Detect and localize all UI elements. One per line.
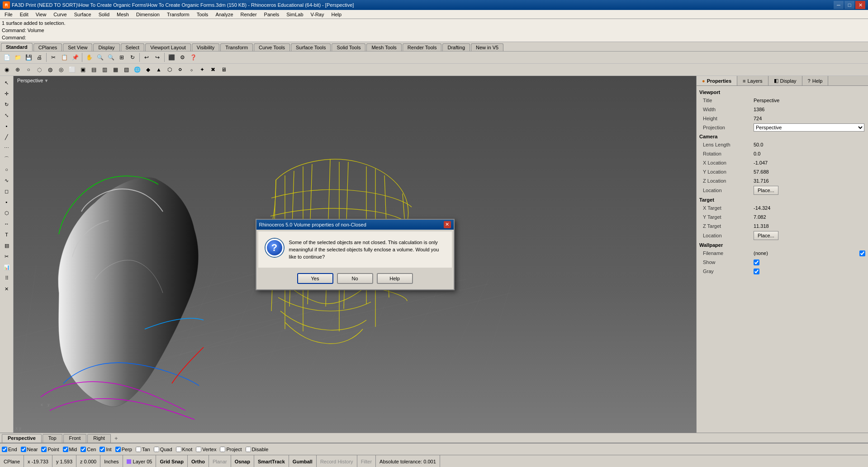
tb-new[interactable]: 📄 [2,52,12,62]
tb2-1[interactable]: ◉ [2,65,12,75]
menu-surface[interactable]: Surface [71,11,95,18]
vp-tab-perspective[interactable]: Perspective [2,434,42,443]
tab-cplanes[interactable]: CPlanes [33,43,62,51]
tb-cut[interactable]: ✂ [48,52,58,62]
lb-circle[interactable]: ○ [2,165,12,175]
tb2-6[interactable]: ◎ [56,65,66,75]
osnap-cen[interactable]: Cen [81,447,96,452]
dialog-close-button[interactable]: ✕ [444,221,451,228]
menu-transform[interactable]: Transform [163,11,193,18]
lb-polyline[interactable]: ⋯ [2,143,12,153]
status-osnap[interactable]: Osnap [231,455,254,467]
tab-select[interactable]: Select [121,43,145,51]
menu-view[interactable]: View [32,11,50,18]
tab-standard[interactable]: Standard [1,43,33,51]
osnap-disable-checkbox[interactable] [246,447,251,452]
osnap-tan[interactable]: Tan [136,447,150,452]
tab-new-in-v5[interactable]: New in V5 [471,43,503,51]
tb-help[interactable]: ❓ [188,52,198,62]
osnap-cen-checkbox[interactable] [81,447,86,452]
tab-solid-tools[interactable]: Solid Tools [332,43,365,51]
osnap-end-checkbox[interactable] [2,447,7,452]
menu-panels[interactable]: Panels [261,11,283,18]
tb2-19[interactable]: ✦ [197,65,207,75]
tb-copy[interactable]: 📋 [59,52,69,62]
osnap-knot-checkbox[interactable] [176,447,181,452]
lb-clipping[interactable]: ✂ [2,251,12,261]
panel-tab-help[interactable]: ? Help [802,76,829,85]
status-smarttrack[interactable]: SmartTrack [254,455,289,467]
tb2-14[interactable]: ◆ [143,65,153,75]
tb-select-all[interactable]: ⬛ [166,52,176,62]
menu-solid[interactable]: Solid [95,11,113,18]
tab-visibility[interactable]: Visibility [192,43,220,51]
prop-cam-place-button[interactable]: Place... [754,186,778,195]
lb-rotate2d[interactable]: ↻ [2,99,12,109]
osnap-end[interactable]: End [2,447,17,452]
status-cplane[interactable]: CPlane [0,455,24,467]
tb2-4[interactable]: ◌ [34,65,44,75]
osnap-point[interactable]: Point [41,447,59,452]
osnap-near-checkbox[interactable] [21,447,26,452]
menu-curve[interactable]: Curve [50,11,70,18]
tb-options[interactable]: ⚙ [177,52,187,62]
prop-projection-select[interactable]: Perspective Parallel [754,123,864,132]
tb2-17[interactable]: ⭘ [175,65,185,75]
tb2-15[interactable]: ▲ [154,65,164,75]
status-filter[interactable]: Filter [357,455,376,467]
osnap-project[interactable]: Project [220,447,242,452]
prop-target-place-button[interactable]: Place... [754,231,778,240]
lb-mesh[interactable]: ⬡ [2,208,12,218]
command-prompt[interactable]: Command: [2,34,866,41]
vp-tab-front[interactable]: Front [63,434,87,443]
tb-open[interactable]: 📁 [13,52,23,62]
tb-save[interactable]: 💾 [24,52,33,62]
status-ortho[interactable]: Ortho [188,455,209,467]
osnap-int-checkbox[interactable] [100,447,105,452]
tb2-11[interactable]: ▦ [110,65,120,75]
panel-tab-display[interactable]: ◧ Display [768,76,802,85]
tb2-7[interactable]: ⬜ [67,65,77,75]
tab-viewport-layout[interactable]: Viewport Layout [145,43,191,51]
lb-freeform[interactable]: ∿ [2,175,12,185]
tab-display[interactable]: Display [93,43,119,51]
prop-show-checkbox[interactable] [754,259,759,265]
lb-point[interactable]: • [2,121,12,131]
osnap-mid-checkbox[interactable] [63,447,68,452]
lb-text[interactable]: T [2,230,12,240]
lb-surface[interactable]: ◻ [2,186,12,196]
menu-render[interactable]: Render [237,11,261,18]
lb-cancel[interactable]: ✕ [2,284,12,294]
tb-print[interactable]: 🖨 [34,52,44,62]
osnap-quad-checkbox[interactable] [154,447,159,452]
panel-tab-properties[interactable]: ● Properties [697,76,737,85]
menu-vray[interactable]: V-Ray [307,11,328,18]
menu-simlab[interactable]: SimLab [283,11,307,18]
lb-control-pts[interactable]: ⠿ [2,273,12,283]
osnap-int[interactable]: Int [100,447,111,452]
tb2-3[interactable]: ○ [24,65,33,75]
tab-mesh-tools[interactable]: Mesh Tools [366,43,401,51]
close-button[interactable]: ✕ [855,1,865,9]
tab-transform[interactable]: Transform [220,43,253,51]
tb2-5[interactable]: ◍ [45,65,55,75]
osnap-perp-checkbox[interactable] [115,447,121,452]
osnap-tan-checkbox[interactable] [136,447,141,452]
lb-solid[interactable]: ▪ [2,197,12,207]
tb2-monitor[interactable]: 🖥 [219,65,229,75]
lb-hatch[interactable]: ▤ [2,241,12,250]
osnap-vertex-checkbox[interactable] [196,447,201,452]
menu-analyze[interactable]: Analyze [212,11,237,18]
tb-undo[interactable]: ↩ [142,52,152,62]
tb2-globe[interactable]: 🌐 [132,65,142,75]
lb-line[interactable]: ╱ [2,132,12,142]
osnap-disable[interactable]: Disable [246,447,269,452]
prop-gray-checkbox[interactable] [754,269,759,274]
osnap-perp[interactable]: Perp [115,447,132,452]
tb2-8[interactable]: ▣ [78,65,88,75]
lb-select[interactable]: ↖ [2,78,12,88]
tb-zoom-out[interactable]: 🔍 [106,52,116,62]
osnap-project-checkbox[interactable] [220,447,225,452]
osnap-point-checkbox[interactable] [41,447,47,452]
lb-analysis[interactable]: 📊 [2,262,12,272]
